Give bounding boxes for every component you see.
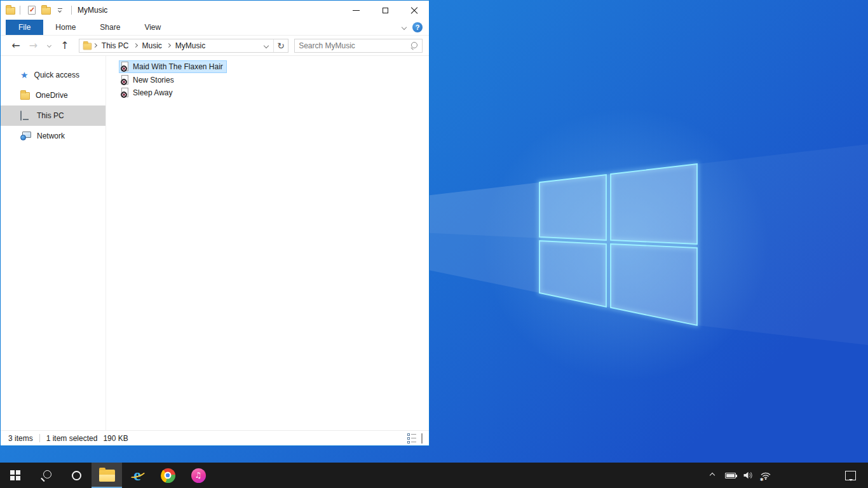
back-icon: ← <box>11 41 20 51</box>
volume-icon <box>743 470 754 480</box>
chrome-icon <box>161 468 175 483</box>
refresh-button[interactable]: ↻ <box>274 39 288 52</box>
details-view-button[interactable] <box>407 433 416 444</box>
breadcrumb-chevron-icon[interactable] <box>92 44 98 47</box>
chevron-down-icon <box>264 43 269 48</box>
cortana-button[interactable] <box>61 463 92 488</box>
recent-locations-dropdown[interactable] <box>42 37 56 54</box>
quick-access-star-icon: ★ <box>20 71 29 79</box>
selection-count: 1 item selected <box>46 434 98 443</box>
breadcrumb-chevron-icon[interactable] <box>133 44 139 47</box>
file-name: New Stories <box>133 76 174 85</box>
sidebar-item-label: This PC <box>37 111 64 120</box>
chevron-up-icon <box>710 473 715 478</box>
file-item-sleep-away[interactable]: Sleep Away <box>119 86 177 99</box>
taskbar-internet-explorer-button[interactable]: e <box>122 463 153 488</box>
forward-icon: → <box>29 41 37 51</box>
customize-qat-icon <box>58 8 62 12</box>
maximize-button[interactable] <box>370 1 400 20</box>
internet-explorer-icon: e <box>129 467 146 484</box>
qat-customize-dropdown[interactable] <box>53 3 67 18</box>
breadcrumb-mymusic[interactable]: MyMusic <box>172 39 209 52</box>
file-list[interactable]: Maid With The Flaxen Hair New Stories Sl… <box>106 56 429 430</box>
taskbar-itunes-button[interactable]: ♫ <box>183 463 214 488</box>
address-folder-icon <box>83 43 92 50</box>
sidebar-item-this-pc[interactable]: This PC <box>1 105 105 126</box>
explorer-window: ✓ MyMusic File Home Share View ? ← → ↑ <box>0 0 430 446</box>
navigation-bar: ← → ↑ This PC Music MyMusic ↻ <box>1 36 429 56</box>
file-name: Sleep Away <box>133 88 173 97</box>
network-globe-icon <box>20 132 31 140</box>
breadcrumb-this-pc[interactable]: This PC <box>98 39 133 52</box>
minimize-button[interactable] <box>341 1 370 20</box>
titlebar-separator <box>20 6 20 15</box>
audio-file-icon <box>121 75 130 85</box>
onedrive-folder-icon <box>20 92 30 100</box>
search-icon[interactable] <box>410 41 418 50</box>
file-name: Maid With The Flaxen Hair <box>133 62 223 71</box>
taskbar-chrome-button[interactable] <box>153 463 183 488</box>
search-icon <box>41 470 51 481</box>
no-internet-indicator: ✱ <box>760 477 764 482</box>
search-box <box>294 39 423 53</box>
status-divider <box>39 434 40 442</box>
explorer-content: ★ Quick access OneDrive This PC Network … <box>1 56 429 430</box>
taskbar: e ♫ ✱ <box>0 463 868 488</box>
tab-share[interactable]: Share <box>88 20 132 35</box>
qat-properties-button[interactable]: ✓ <box>25 3 39 18</box>
ribbon-tab-bar: File Home Share View ? <box>1 20 429 36</box>
file-item-maid-with-the-flaxen-hair[interactable]: Maid With The Flaxen Hair <box>119 60 227 73</box>
taskbar-file-explorer-button[interactable] <box>92 463 122 488</box>
tab-view[interactable]: View <box>132 20 173 35</box>
address-bar[interactable]: This PC Music MyMusic ↻ <box>79 39 288 53</box>
selection-size: 190 KB <box>103 434 128 443</box>
audio-file-icon <box>121 62 130 72</box>
titlebar-separator <box>71 6 72 15</box>
status-bar: 3 items 1 item selected 190 KB <box>1 430 429 445</box>
sidebar-item-label: Quick access <box>34 71 79 79</box>
show-hidden-icons-button[interactable] <box>705 463 719 488</box>
address-dropdown-button[interactable] <box>259 39 273 52</box>
expand-ribbon-icon[interactable] <box>402 25 407 30</box>
chevron-down-icon <box>47 43 51 48</box>
file-item-new-stories[interactable]: New Stories <box>119 74 178 86</box>
close-button[interactable] <box>400 1 429 20</box>
up-button[interactable]: ↑ <box>56 37 74 54</box>
tab-file[interactable]: File <box>6 20 43 35</box>
sidebar-item-onedrive[interactable]: OneDrive <box>1 85 105 105</box>
battery-icon <box>725 473 736 478</box>
properties-check-icon: ✓ <box>28 6 36 15</box>
start-button[interactable] <box>0 463 31 488</box>
sidebar-item-network[interactable]: Network <box>1 126 105 146</box>
search-input[interactable] <box>299 41 410 50</box>
maximize-icon <box>383 8 388 13</box>
network-tray-button[interactable]: ✱ <box>759 463 773 488</box>
window-folder-icon <box>6 7 15 15</box>
window-title: MyMusic <box>78 6 107 15</box>
system-tray: ✱ <box>705 463 773 488</box>
minimize-icon <box>353 10 360 11</box>
file-explorer-icon <box>99 470 115 482</box>
close-icon <box>410 6 418 14</box>
action-center-button[interactable] <box>837 463 863 488</box>
action-center-icon <box>845 471 856 480</box>
battery-tray-button[interactable] <box>723 463 737 488</box>
refresh-icon: ↻ <box>277 41 285 51</box>
up-icon: ↑ <box>60 41 69 51</box>
sidebar-item-quick-access[interactable]: ★ Quick access <box>1 65 105 85</box>
title-bar: ✓ MyMusic <box>1 1 429 20</box>
back-button[interactable]: ← <box>7 37 25 54</box>
qat-new-folder-button[interactable] <box>39 3 53 18</box>
taskbar-search-button[interactable] <box>31 463 61 488</box>
large-icons-view-button[interactable] <box>421 434 423 443</box>
audio-file-icon <box>121 88 130 98</box>
sidebar-item-label: Network <box>37 132 65 140</box>
help-button[interactable]: ? <box>412 22 423 32</box>
item-count: 3 items <box>8 434 33 443</box>
breadcrumb-chevron-icon[interactable] <box>166 44 172 47</box>
volume-tray-button[interactable] <box>741 463 755 488</box>
sidebar-item-label: OneDrive <box>36 91 68 100</box>
forward-button[interactable]: → <box>25 37 43 54</box>
tab-home[interactable]: Home <box>43 20 88 35</box>
breadcrumb-music[interactable]: Music <box>139 39 166 52</box>
